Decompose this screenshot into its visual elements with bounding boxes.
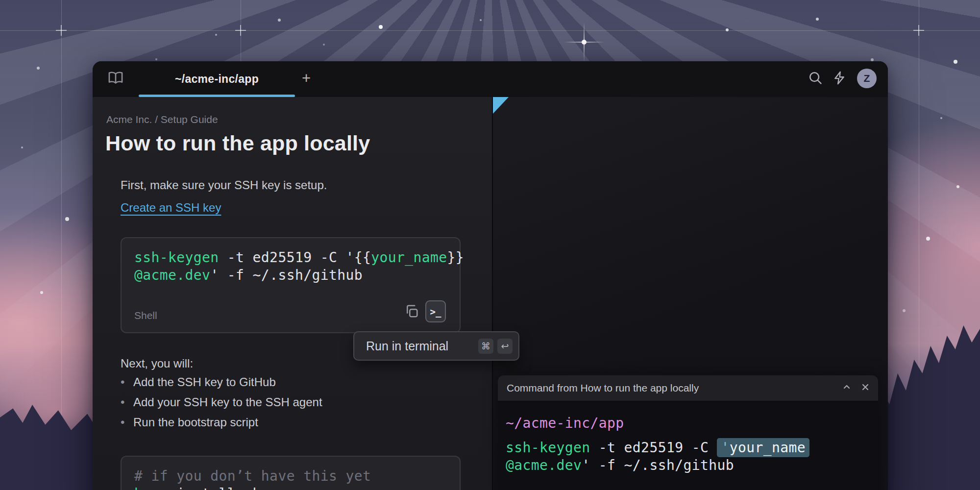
search-icon [808,71,822,87]
copy-button[interactable] [403,304,420,320]
code-lines: ssh-keygen -t ed25519 -C '{{your_name}} … [134,249,464,284]
screen: ~/acme-inc/app + Z [0,0,980,490]
keycap-command-icon: ⌘ [478,339,493,354]
tooltip-label: Run in terminal [366,339,474,353]
book-icon [107,71,124,87]
page-title: How to run the app locally [105,131,370,155]
terminal-header[interactable]: Command from How to run the app locally [498,375,878,401]
window-topbar: ~/acme-inc/app + Z [93,61,888,97]
list-item-label: Run the bootstrap script [133,416,258,429]
code-lines: # if you don’t have this yet brew instal… [134,467,371,490]
terminal-line: @acme.dev' -f ~/.ssh/github [506,457,734,474]
library-button[interactable] [105,68,126,90]
terminal-panel: Command from How to run the app locally [498,375,878,490]
bullet-icon: • [121,375,133,389]
list-item: • Run the bootstrap script [121,412,322,432]
copy-icon [404,304,419,320]
code-block-bootstrap: # if you don’t have this yet brew instal… [121,456,461,490]
app-window: ~/acme-inc/app + Z [93,61,888,490]
keycap-return-icon: ↩ [497,339,513,354]
setup-steps-list: • Add the SSH key to GitHub • Add your S… [121,372,322,432]
close-button[interactable] [859,382,871,394]
command-menu-button[interactable] [829,69,850,89]
list-item-label: Add your SSH key to the SSH agent [133,395,322,409]
doc-pane: Acme Inc. / Setup Guide How to run the a… [93,97,492,490]
code-line: ssh-keygen -t ed25519 -C '{{your_name}} [134,249,464,267]
plus-icon: + [302,70,311,87]
lightning-icon [833,71,846,87]
search-button[interactable] [805,69,826,89]
breadcrumb: Acme Inc. / Setup Guide [106,114,218,125]
close-icon [860,382,870,394]
terminal-line: ~/acme-inc/app [506,415,624,432]
code-line: brew install gh [134,485,371,490]
bullet-icon: • [121,395,133,409]
user-avatar[interactable]: Z [857,69,877,88]
grid-cross-mark [56,25,67,36]
terminal-run-icon: >_ [430,306,441,317]
bullet-icon: • [121,416,133,429]
code-line: @acme.dev' -f ~/.ssh/github [134,267,464,284]
run-in-terminal-button[interactable]: >_ [425,300,446,322]
terminal-output[interactable]: ~/acme-inc/app ssh-keygen -t ed25519 -C … [506,401,873,490]
star-field [0,0,1,1]
code-line: # if you don’t have this yet [134,467,371,485]
create-ssh-key-link[interactable]: Create an SSH key [121,201,221,215]
run-tooltip: Run in terminal ⌘ ↩ [353,331,519,361]
list-item-label: Add the SSH key to GitHub [133,375,276,389]
grid-line-horizontal [0,30,980,31]
chevron-up-icon [842,382,852,394]
intro-text: First, make sure your SSH key is setup. [121,178,327,192]
code-block-shell: ssh-keygen -t ed25519 -C '{{your_name}} … [121,237,461,333]
pane-corner-marker [493,97,509,114]
terminal-line: ssh-keygen -t ed25519 -C 'your_name [506,439,809,457]
collapse-button[interactable] [841,382,853,394]
list-item: • Add the SSH key to GitHub [121,372,322,392]
new-tab-button[interactable]: + [295,68,317,89]
list-item: • Add your SSH key to the SSH agent [121,392,322,412]
tab-acme-inc-app[interactable]: ~/acme-inc/app [139,61,295,97]
grid-cross-mark [235,25,246,36]
next-heading: Next, you will: [121,357,193,370]
language-label: Shell [134,310,157,321]
grid-cross-mark [913,25,924,36]
star-sparkle [564,42,604,43]
terminal-title: Command from How to run the app locally [507,375,699,401]
